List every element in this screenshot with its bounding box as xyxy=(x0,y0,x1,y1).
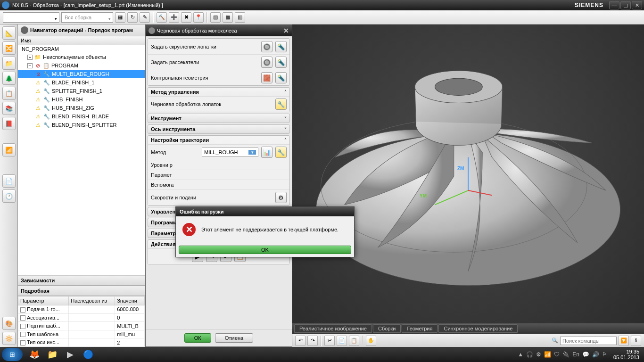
select-geometry-button[interactable]: 🔘 xyxy=(261,41,272,52)
command-search-input[interactable] xyxy=(560,337,617,345)
strip-icon-gauge[interactable]: 🔆 xyxy=(2,332,16,345)
viewport-tab[interactable]: Сборки xyxy=(373,324,401,333)
ok-button[interactable]: ОК xyxy=(184,333,211,343)
strip-icon-wifi[interactable]: 📶 xyxy=(2,143,16,156)
view-icon-paste[interactable]: 📋 xyxy=(349,336,359,346)
strip-icon-layers[interactable]: 📚 xyxy=(2,102,16,115)
close-button[interactable]: ✕ xyxy=(632,1,642,9)
toolbar-icon-plus[interactable]: ➕ xyxy=(169,12,179,23)
toolbar-icon-refresh[interactable]: ↻ xyxy=(127,12,138,23)
tray-icon[interactable]: 💬 xyxy=(582,351,589,358)
toolbar-icon-pin[interactable]: 📍 xyxy=(193,12,204,23)
tree-op-hub-finish-zig[interactable]: ⚠ 🔧 HUB_FINISH_ZIG xyxy=(18,104,145,112)
toolbar-dropdown-1[interactable] xyxy=(3,12,59,23)
tree-op-blend-finish-blade[interactable]: ⚠ 🔧 BLEND_FINISH_BLADE xyxy=(18,112,145,121)
tree-root[interactable]: NC_PROGRAM xyxy=(18,45,145,53)
tree-op-splitter-finish-1[interactable]: ⚠ 🔧 SPLITTER_FINISH_1 xyxy=(18,87,145,95)
toolbar-icon-brick1[interactable]: ▨ xyxy=(210,12,221,23)
param-col-value[interactable]: Значени xyxy=(115,296,145,305)
view-icon-copy[interactable]: 📄 xyxy=(337,336,347,346)
toolbar-icon-cube[interactable]: ▦ xyxy=(115,12,125,23)
toolbar-icon-brick3[interactable]: ▥ xyxy=(235,12,245,23)
taskbar-clock[interactable]: 19:35 05.01.2013 xyxy=(611,349,642,360)
table-row[interactable]: Подача 1-го...6000.000 xyxy=(18,305,145,314)
flashlight-icon[interactable]: 🔦 xyxy=(275,41,287,52)
view-icon-cut[interactable]: ✂ xyxy=(324,336,335,346)
viewport-tab[interactable]: Синхронное моделирование xyxy=(438,324,518,333)
strip-icon-table[interactable]: 📋 xyxy=(2,87,16,100)
section-path-settings[interactable]: Настройки траектории˄ xyxy=(148,136,289,144)
viewport-tab[interactable]: Реалистичное изображение xyxy=(294,324,372,333)
dialog-titlebar[interactable]: Черновая обработка моноколеса ✕ xyxy=(146,25,292,36)
view-icon-redo[interactable]: ↷ xyxy=(307,336,318,346)
error-ok-button[interactable]: OK xyxy=(179,246,351,254)
tray-icon[interactable]: 🔌 xyxy=(562,351,570,358)
maximize-button[interactable]: ▢ xyxy=(620,1,631,9)
navigator-column-name[interactable]: Имя xyxy=(18,36,145,45)
method-edit-button[interactable]: 📊 xyxy=(261,147,272,158)
edit-button[interactable]: 🔧 xyxy=(275,99,287,110)
tray-icon[interactable]: 📶 xyxy=(544,351,551,358)
start-button[interactable]: ⊞ xyxy=(2,348,23,361)
error-dialog-title[interactable]: Ошибка нагрузки xyxy=(176,207,354,216)
tray-icon[interactable]: 🛡 xyxy=(554,351,560,358)
flashlight-icon[interactable]: 🔦 xyxy=(275,72,287,83)
select-geometry-button[interactable]: 🔘 xyxy=(261,57,272,68)
details-header[interactable]: Подробная xyxy=(18,286,145,296)
toolbar-icon-cross[interactable]: ✖ xyxy=(181,12,191,23)
view-icon-touch[interactable]: ✋ xyxy=(366,336,376,346)
tree-op-blend-finish-splitter[interactable]: ⚠ 🔧 BLEND_FINISH_SPLITTER xyxy=(18,121,145,129)
strip-icon-tree[interactable]: 🌲 xyxy=(2,72,16,85)
method-select[interactable]: MILL_ROUGH▾ xyxy=(202,148,258,157)
tray-icon[interactable]: 🎧 xyxy=(526,351,533,358)
view-icon-undo[interactable]: ↶ xyxy=(295,336,305,346)
strip-icon-palette[interactable]: 🎨 xyxy=(2,317,16,330)
taskbar-firefox-icon[interactable]: 🦊 xyxy=(25,348,43,361)
table-row[interactable]: Ассоциатив...0 xyxy=(18,313,145,322)
minimize-button[interactable]: — xyxy=(609,1,619,9)
tree-unused[interactable]: + 📁 Неиспользуемые объекты xyxy=(18,53,145,61)
expand-icon[interactable]: + xyxy=(27,55,33,60)
viewport-tab[interactable]: Геометрия xyxy=(402,324,438,333)
3d-viewport[interactable]: ZM YM Реалистичное изображение Сборки Ге… xyxy=(292,25,644,347)
tray-icon[interactable]: ▲ xyxy=(518,351,523,358)
strip-icon-model[interactable]: 📐 xyxy=(2,26,16,40)
select-geometry-button[interactable]: 🧱 xyxy=(261,72,272,83)
tree-op-multi-blade-rough[interactable]: ⊘ 🔧 MULTI_BLADE_ROUGH xyxy=(18,70,145,78)
tray-icon[interactable]: ⚙ xyxy=(536,351,541,358)
speeds-button[interactable]: ⚙ xyxy=(275,192,287,203)
operation-tree[interactable]: NC_PROGRAM + 📁 Неиспользуемые объекты − … xyxy=(18,45,145,275)
section-tool-axis[interactable]: Ось инструмента˅ xyxy=(148,125,289,133)
strip-icon-clock[interactable]: 🕐 xyxy=(2,189,16,203)
dependencies-header[interactable]: Зависимости xyxy=(18,275,145,286)
toolbar-icon-brick2[interactable]: ▩ xyxy=(223,12,233,23)
param-col-param[interactable]: Параметр xyxy=(18,296,69,305)
section-drive-method[interactable]: Метод управления˄ xyxy=(148,88,289,96)
taskbar-explorer-icon[interactable]: 📁 xyxy=(43,348,61,361)
view-icon-info[interactable]: ℹ xyxy=(631,336,641,346)
cancel-button[interactable]: Отмена xyxy=(215,333,253,343)
tray-icon[interactable]: 🔊 xyxy=(592,351,599,358)
toolbar-icon-highlight[interactable]: ✎ xyxy=(140,12,150,23)
tree-program[interactable]: − ⊘ 📋 PROGRAM xyxy=(18,61,145,70)
toolbar-icon-hammer[interactable]: 🔨 xyxy=(157,12,167,23)
strip-icon-nav[interactable]: 🔀 xyxy=(2,41,16,55)
table-row[interactable]: Тип оси инс...2 xyxy=(18,338,145,347)
expand-icon[interactable]: − xyxy=(27,63,33,68)
param-col-inherited[interactable]: Наследован из xyxy=(69,296,115,305)
section-tool[interactable]: Инструмент˅ xyxy=(148,114,289,123)
view-icon-help[interactable]: 🔽 xyxy=(619,336,629,346)
strip-icon-folder[interactable]: 📁 xyxy=(2,57,16,70)
dialog-close-button[interactable]: ✕ xyxy=(283,27,289,34)
tray-icon[interactable]: 🏳 xyxy=(602,351,608,358)
strip-icon-doc[interactable]: 📄 xyxy=(2,174,16,188)
tray-lang[interactable]: En xyxy=(572,351,579,358)
tree-op-blade-finish-1[interactable]: ⚠ 🔧 BLADE_FINISH_1 xyxy=(18,78,145,87)
method-tool-button[interactable]: 🔧 xyxy=(275,147,287,158)
tree-op-hub-finish[interactable]: ⚠ 🔧 HUB_FINISH xyxy=(18,95,145,104)
table-row[interactable]: Тип шаблонаmill_mu xyxy=(18,330,145,338)
assembly-scope-dropdown[interactable]: Вся сборка xyxy=(61,12,113,23)
table-row[interactable]: Подтип шаб...MULTI_B xyxy=(18,322,145,330)
flashlight-icon[interactable]: 🔦 xyxy=(275,57,287,68)
strip-icon-books[interactable]: 📕 xyxy=(2,117,16,130)
